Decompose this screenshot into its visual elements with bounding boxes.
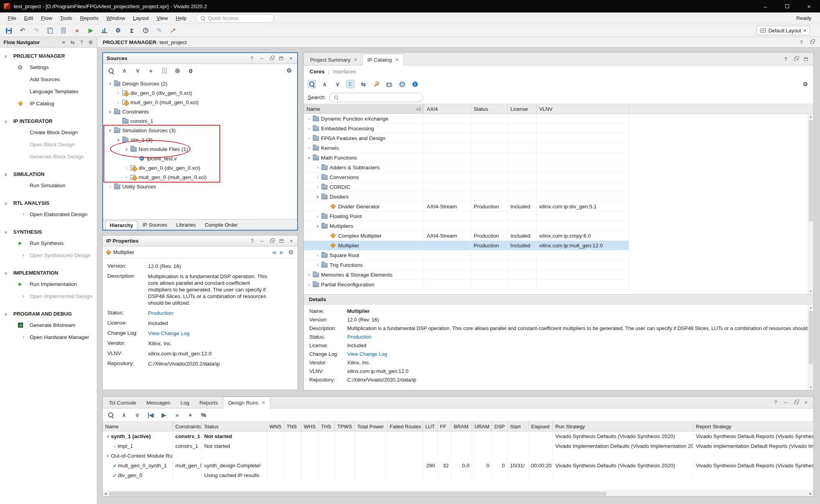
fn-item-generate-block-design[interactable]: Generate Block Design <box>0 151 97 163</box>
catalog-row-multiplier[interactable]: MultiplierProductionIncludedxilinx.com:i… <box>304 241 629 250</box>
menu-reports[interactable]: Reports <box>76 12 102 24</box>
column-header-dsp[interactable]: DSP <box>492 422 508 431</box>
close-icon[interactable]: × <box>354 57 357 63</box>
maximize-icon[interactable] <box>278 56 284 61</box>
reset-run-icon[interactable]: |◀ <box>146 411 155 419</box>
tree-item-div-gen-0[interactable]: ›div_gen_0 (div_gen_0.xci) <box>103 88 297 98</box>
expander-icon[interactable]: ∨ <box>306 155 312 160</box>
redo-icon[interactable]: ↷ <box>32 27 40 35</box>
tree-item-mult-gen-0[interactable]: ›mult_gen_0 (mult_gen_0.xci) <box>103 172 297 182</box>
tab-hierarchy[interactable]: Hierarchy <box>105 221 137 230</box>
catalog-row-memories-storage-elements[interactable]: ›Memories & Storage Elements <box>304 270 629 280</box>
info-icon[interactable]: i <box>411 80 419 88</box>
expander-icon[interactable]: ∨ <box>107 109 113 114</box>
fn-item-open-synthesized-design[interactable]: ›Open Synthesized Design <box>0 249 97 261</box>
run-row-div-gen-0[interactable]: ✓div_gen_0Using cached IP results <box>103 470 813 480</box>
catalog-row-floating-point[interactable]: ›Floating Point <box>304 211 629 221</box>
scroll-down-icon[interactable]: ▼ <box>808 385 813 390</box>
delete-icon[interactable]: × <box>73 27 81 35</box>
expander-icon[interactable]: › <box>315 165 321 170</box>
column-header-tns[interactable]: TNS <box>284 422 301 431</box>
create-run-icon[interactable]: + <box>186 411 194 419</box>
float-icon[interactable] <box>269 56 274 61</box>
column-header-name[interactable]: Name∧1 <box>304 104 424 114</box>
minimize-icon[interactable]: – <box>783 400 788 405</box>
minimize-icon[interactable]: – <box>259 238 265 244</box>
column-header-failed-routes[interactable]: Failed Routes <box>387 422 423 431</box>
column-header-tpws[interactable]: TPWS <box>335 422 355 431</box>
probe-icon[interactable] <box>169 27 177 35</box>
search-icon[interactable] <box>107 411 115 419</box>
catalog-row-partial-reconfiguration[interactable]: ›Partial Reconfiguration <box>304 280 629 289</box>
expander-icon[interactable]: › <box>306 272 312 277</box>
fn-section-program-and-debug[interactable]: ∨PROGRAM AND DEBUG <box>0 309 97 319</box>
tab-log[interactable]: Log <box>175 397 194 408</box>
fn-section-synthesis[interactable]: ∨SYNTHESIS <box>0 227 97 237</box>
menu-view[interactable]: View <box>153 12 172 24</box>
catalog-row-adders-subtracters[interactable]: ›Adders & Subtracters <box>304 163 629 172</box>
skip-forward-icon[interactable]: » <box>173 411 181 419</box>
fn-section-simulation[interactable]: ∨SIMULATION <box>0 169 97 179</box>
fn-item-open-implemented-design[interactable]: ›Open Implemented Design <box>0 290 97 302</box>
run-row-impl-1[interactable]: ›impl_1constrs_1Not startedVivado Implem… <box>103 441 813 451</box>
close-icon[interactable]: × <box>396 57 399 63</box>
scroll-right-icon[interactable]: ▶ <box>808 491 813 496</box>
expander-icon[interactable]: › <box>315 263 321 267</box>
fn-section-implementation[interactable]: ∨IMPLEMENTATION <box>0 268 97 278</box>
dock-icon[interactable]: ⇆ <box>70 39 75 45</box>
expander-icon[interactable]: › <box>115 91 121 95</box>
property-value[interactable]: Production <box>148 310 270 316</box>
expander-icon[interactable]: › <box>306 282 312 287</box>
column-header-run-strategy[interactable]: Run Strategy <box>553 422 693 431</box>
menu-flow[interactable]: Flow <box>37 12 56 24</box>
collapse-all-icon[interactable]: ∧ <box>321 80 329 88</box>
catalog-row-conversions[interactable]: ›Conversions <box>304 172 629 182</box>
fn-item-language-templates[interactable]: Language Templates <box>0 85 97 98</box>
tab-libraries[interactable]: Libraries <box>172 221 200 230</box>
save-icon[interactable] <box>5 27 13 35</box>
sum-icon[interactable]: Σ <box>128 27 136 35</box>
expander-icon[interactable]: › <box>306 116 312 121</box>
expander-icon[interactable]: ∨ <box>315 224 321 229</box>
undo-icon[interactable]: ↶ <box>18 27 27 35</box>
tree-item-mult-gen-0[interactable]: ›mult_gen_0 (mult_gen_0.xci) <box>103 98 297 107</box>
tab-ip-sources[interactable]: IP Sources <box>139 221 171 230</box>
catalog-row-embedded-processing[interactable]: ›Embedded Processing <box>304 124 629 133</box>
open-file-icon[interactable] <box>160 67 168 75</box>
add-sources-icon[interactable]: + <box>147 67 155 75</box>
tab-tcl-console[interactable]: Tcl Console <box>104 397 141 408</box>
expander-icon[interactable]: › <box>112 444 118 449</box>
launch-run-icon[interactable]: ▶ <box>160 411 168 419</box>
catalog-row-math-functions[interactable]: ∨Math Functions <box>304 153 629 163</box>
tree-item-simulation-sources[interactable]: ∨Simulation Sources (3) <box>103 126 297 135</box>
menu-layout[interactable]: Layout <box>129 12 153 24</box>
help-icon[interactable]: ? <box>79 39 84 45</box>
tab-design-runs[interactable]: Design Runs× <box>223 397 270 408</box>
fn-item-add-sources[interactable]: Add Sources <box>0 73 97 85</box>
catalog-row-divider-generator[interactable]: Divider GeneratorAXI4-StreamProductionIn… <box>304 202 629 211</box>
expander-icon[interactable]: › <box>123 165 130 170</box>
web-icon[interactable] <box>398 80 406 88</box>
back-icon[interactable]: ◀ <box>272 249 276 255</box>
tab-reports[interactable]: Reports <box>194 397 223 408</box>
expander-icon[interactable]: ∨ <box>123 147 130 152</box>
column-header-name[interactable]: Name <box>103 422 173 431</box>
detail-value[interactable]: View Change Log <box>347 351 808 357</box>
close-icon[interactable]: × <box>289 238 294 244</box>
scroll-down-icon[interactable]: ▼ <box>808 289 813 294</box>
settings-gear-icon[interactable]: ⚙ <box>114 27 122 35</box>
maximize-icon[interactable] <box>279 238 284 244</box>
column-header-constraints[interactable]: Constraints <box>173 422 202 431</box>
subtab-cores[interactable]: Cores <box>310 69 324 75</box>
tree-item-non-module-files[interactable]: ∨Non-module Files (1) <box>103 144 297 154</box>
catalog-search-input[interactable] <box>329 93 423 102</box>
expander-icon[interactable]: ∨ <box>107 81 113 86</box>
catalog-row-fpga-features-and-design[interactable]: ›FPGA Features and Design <box>304 133 629 143</box>
catalog-row-dynamic-function-exchange[interactable]: ›Dynamic Function eXchange <box>304 114 629 124</box>
menu-edit[interactable]: Edit <box>20 12 37 24</box>
column-header-status[interactable]: Status <box>202 422 267 431</box>
tree-item-div-gen-0[interactable]: ›div_gen_0 (div_gen_0.xci) <box>103 163 297 172</box>
scroll-left-icon[interactable]: ◀ <box>103 491 108 496</box>
column-header-ff[interactable]: FF <box>438 422 451 431</box>
expander-icon[interactable]: › <box>123 175 130 179</box>
